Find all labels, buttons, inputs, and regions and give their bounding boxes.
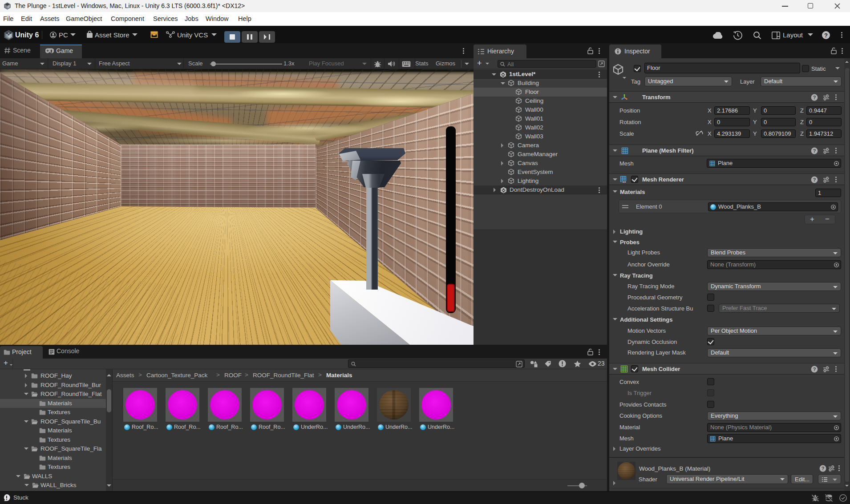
svg-text:?: ? bbox=[824, 32, 828, 39]
svg-text:?: ? bbox=[813, 177, 816, 182]
svg-text:?: ? bbox=[813, 148, 816, 153]
svg-text:?: ? bbox=[822, 466, 825, 471]
svg-text:?: ? bbox=[813, 367, 816, 372]
svg-text:?: ? bbox=[813, 95, 816, 100]
